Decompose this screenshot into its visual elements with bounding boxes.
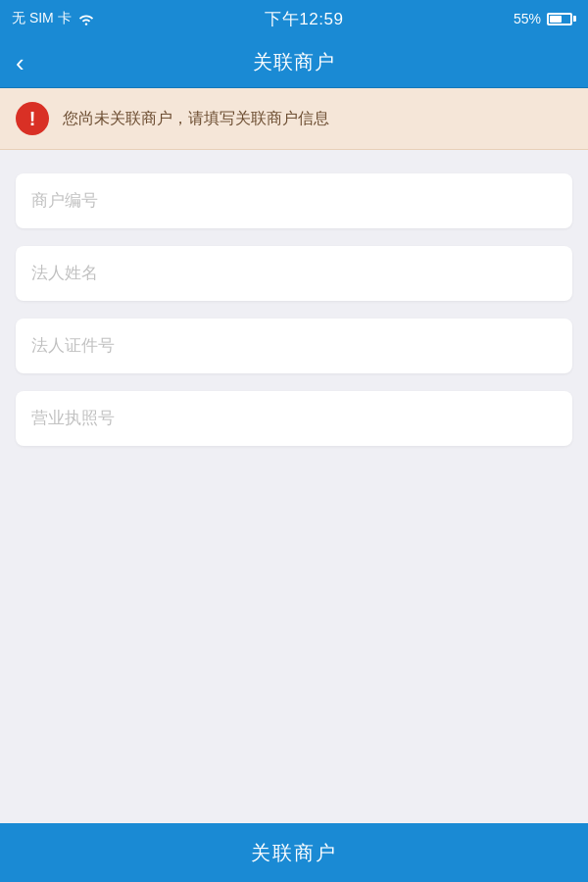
battery-icon (547, 13, 576, 25)
legal-name-field[interactable] (16, 246, 572, 301)
sim-status: 无 SIM 卡 (12, 10, 72, 27)
submit-button[interactable]: 关联商户 (0, 823, 588, 882)
status-bar: 无 SIM 卡 下午12:59 55% (0, 0, 588, 37)
status-time: 下午12:59 (265, 8, 343, 30)
warning-banner: ! 您尚未关联商户，请填写关联商户信息 (0, 88, 588, 150)
business-license-field[interactable] (16, 391, 572, 446)
warning-message: 您尚未关联商户，请填写关联商户信息 (63, 107, 329, 130)
nav-bar: ‹ 关联商户 (0, 37, 588, 88)
submit-area: 关联商户 (0, 823, 588, 882)
legal-name-input[interactable] (31, 264, 557, 283)
merchant-id-input[interactable] (31, 191, 557, 211)
battery-percent: 55% (514, 11, 541, 26)
warning-icon: ! (16, 102, 49, 135)
legal-id-field[interactable] (16, 318, 572, 373)
status-right: 55% (514, 11, 576, 26)
status-left: 无 SIM 卡 (12, 10, 95, 27)
form-area (0, 150, 588, 469)
back-button[interactable]: ‹ (16, 50, 24, 75)
page-title: 关联商户 (253, 49, 335, 75)
business-license-input[interactable] (31, 409, 557, 428)
merchant-id-field[interactable] (16, 173, 572, 228)
wifi-icon (77, 12, 95, 25)
legal-id-input[interactable] (31, 336, 557, 356)
